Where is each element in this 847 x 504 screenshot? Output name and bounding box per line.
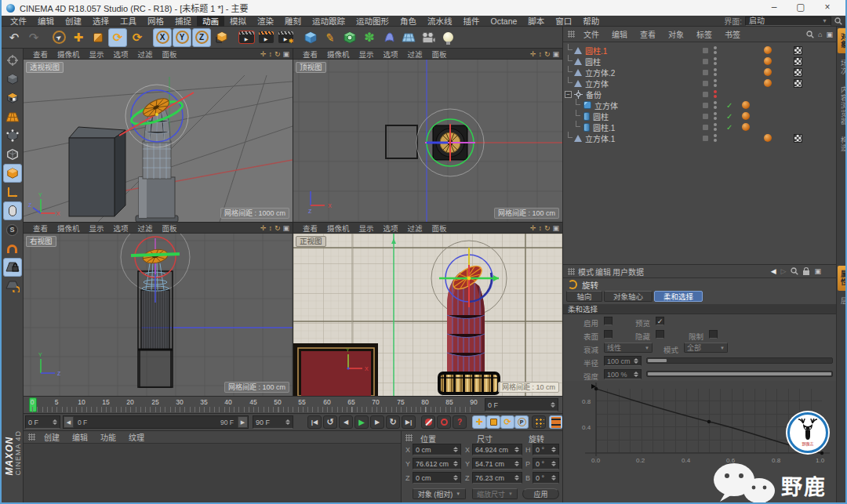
- vp-menu-camera[interactable]: 摄像机: [53, 49, 85, 60]
- material-tag-icon[interactable]: [764, 134, 772, 142]
- camera-button[interactable]: [419, 28, 438, 47]
- size-z-field[interactable]: 76.23 cm: [472, 472, 522, 484]
- layer-toggle-icon[interactable]: [703, 114, 708, 119]
- front-scene[interactable]: Y X: [293, 234, 562, 396]
- texture-tag-icon[interactable]: [794, 57, 802, 66]
- dolly-view-icon[interactable]: ↕: [268, 50, 272, 58]
- dolly-view-icon[interactable]: ↕: [268, 224, 272, 232]
- vp-menu-filter[interactable]: 过滤: [133, 223, 158, 234]
- surface-checkbox[interactable]: [604, 330, 613, 339]
- enable-checkbox[interactable]: [604, 317, 613, 325]
- rotate-view-icon[interactable]: ↻: [274, 50, 281, 58]
- menu-mesh[interactable]: 网格: [142, 16, 169, 27]
- visibility-dots-icon[interactable]: [714, 101, 717, 109]
- key-scale-toggle[interactable]: [486, 415, 500, 429]
- menu-script[interactable]: 脚本: [522, 16, 550, 27]
- perspective-scene[interactable]: Y X Z: [24, 60, 293, 222]
- lock-y-axis-button[interactable]: Y: [173, 28, 191, 47]
- live-selection-button[interactable]: ➤: [49, 28, 68, 47]
- axis-mode-button[interactable]: [3, 183, 22, 201]
- redo-button[interactable]: ↷: [24, 28, 43, 47]
- falloff-dropdown[interactable]: 线性▼: [604, 343, 653, 353]
- enable-check-icon[interactable]: ✓: [726, 101, 732, 110]
- history-back-icon[interactable]: ◀: [771, 267, 776, 275]
- position-x-field[interactable]: 0 cm: [413, 444, 461, 455]
- spinner-icon[interactable]: [283, 419, 290, 425]
- key-parameter-toggle[interactable]: P: [514, 415, 529, 429]
- goto-start-button[interactable]: |◀: [307, 415, 322, 429]
- enable-check-icon[interactable]: ✓: [726, 112, 732, 121]
- visibility-dots-icon[interactable]: [714, 46, 717, 54]
- rotation-p-field[interactable]: 0 °: [533, 458, 559, 470]
- autokey-button[interactable]: [437, 415, 451, 429]
- end-frame-field[interactable]: 90 F: [253, 415, 293, 429]
- previous-key-button[interactable]: ↺: [323, 415, 337, 429]
- object-row-null[interactable]: − 备份: [563, 89, 837, 100]
- minimize-button[interactable]: –: [761, 0, 787, 16]
- vp-menu-panel[interactable]: 面板: [427, 223, 452, 234]
- om-search-icon[interactable]: [806, 31, 814, 38]
- subdivision-surface-button[interactable]: [340, 28, 359, 47]
- goto-end-button[interactable]: ▶|: [402, 415, 416, 429]
- right-scene[interactable]: Y Z: [24, 234, 293, 396]
- menu-create[interactable]: 创建: [60, 16, 87, 27]
- object-row[interactable]: 圆柱.1: [563, 45, 837, 56]
- vp-menu-view[interactable]: 查看: [298, 223, 322, 234]
- key-pla-toggle[interactable]: [532, 415, 546, 429]
- layer-toggle-icon[interactable]: [703, 92, 708, 97]
- mat-menu-create[interactable]: 创建: [38, 431, 65, 443]
- maximize-view-icon[interactable]: ▣: [552, 50, 559, 58]
- radius-field[interactable]: 100 cm: [604, 356, 642, 366]
- pan-view-icon[interactable]: ✛: [530, 50, 536, 58]
- maximize-view-icon[interactable]: ▣: [282, 50, 289, 58]
- dolly-view-icon[interactable]: ↕: [538, 224, 542, 232]
- object-row[interactable]: 立方体.2: [563, 67, 837, 78]
- object-row-child[interactable]: 立方体 ✓: [563, 100, 837, 111]
- vp-menu-camera[interactable]: 摄像机: [53, 223, 85, 234]
- om-menu-file[interactable]: 文件: [578, 28, 605, 40]
- object-row-child[interactable]: 圆柱.1 ✓: [563, 121, 837, 132]
- key-rotation-toggle[interactable]: ⟳: [500, 415, 514, 429]
- play-button[interactable]: ▶: [354, 415, 369, 429]
- tab-axis[interactable]: 轴向: [566, 291, 602, 302]
- rotate-view-icon[interactable]: ↻: [274, 224, 281, 232]
- timeline-ruler[interactable]: 0 5 10 15 20 25 30 35 40 45 50 55 60 65 …: [24, 396, 562, 413]
- next-key-button[interactable]: ↻: [386, 415, 400, 429]
- pan-view-icon[interactable]: ✛: [530, 224, 536, 232]
- keyframe-selection-button[interactable]: ?: [453, 415, 467, 429]
- spinner-icon[interactable]: [50, 419, 57, 425]
- vp-menu-options[interactable]: 选项: [109, 223, 133, 234]
- render-settings-button[interactable]: ▶✱: [276, 28, 295, 47]
- vp-menu-display[interactable]: 显示: [354, 49, 379, 60]
- menu-motion-tracker[interactable]: 运动跟踪: [307, 16, 351, 27]
- dolly-view-icon[interactable]: ↕: [538, 50, 542, 58]
- coord-mode-dropdown[interactable]: 对象 (相对)▼: [413, 488, 466, 499]
- vp-menu-filter[interactable]: 过滤: [133, 49, 158, 60]
- vp-menu-display[interactable]: 显示: [354, 223, 379, 234]
- om-pin-icon[interactable]: ▣: [826, 31, 833, 38]
- maximize-button[interactable]: ▢: [787, 0, 814, 16]
- object-row[interactable]: 立方体.1: [563, 132, 837, 143]
- vp-menu-display[interactable]: 显示: [85, 49, 109, 60]
- rotate-view-icon[interactable]: ↻: [544, 50, 551, 58]
- make-editable-button[interactable]: [3, 51, 22, 70]
- menu-tools[interactable]: 工具: [115, 16, 142, 27]
- mat-menu-function[interactable]: 功能: [95, 431, 122, 443]
- panel-grip-icon[interactable]: [405, 434, 413, 441]
- interface-dropdown[interactable]: 启动▼: [745, 16, 831, 26]
- frame-spinner-field[interactable]: 0 F: [25, 415, 60, 429]
- next-frame-button[interactable]: ▶: [370, 415, 384, 429]
- rotation-h-field[interactable]: 0 °: [533, 444, 559, 455]
- layer-toggle-icon[interactable]: [703, 81, 708, 86]
- am-menu-edit[interactable]: 编辑: [595, 266, 611, 277]
- material-tag-icon[interactable]: [764, 79, 772, 87]
- lock-z-axis-button[interactable]: Z: [192, 28, 211, 47]
- menu-sculpt[interactable]: 雕刻: [279, 16, 307, 27]
- falloff-curve-graph[interactable]: 0.8 0.4 0.0 0.2 0.4 0.6 0.8 1.0: [563, 381, 837, 504]
- render-view-button[interactable]: ▶: [237, 28, 256, 47]
- texture-mode-button[interactable]: [3, 89, 22, 107]
- vp-menu-display[interactable]: 显示: [85, 223, 109, 234]
- menu-simulate[interactable]: 模拟: [224, 16, 252, 27]
- collapse-icon[interactable]: −: [565, 91, 572, 98]
- top-scene[interactable]: Z X: [293, 60, 562, 222]
